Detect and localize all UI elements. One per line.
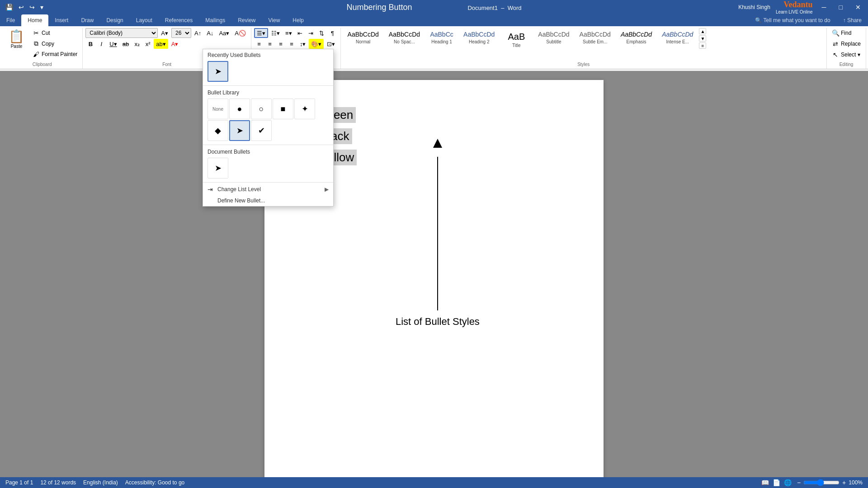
zoom-out-button[interactable]: − xyxy=(796,478,802,487)
font-row-1: Calibri (Body) A▾ 26 A↑ A↓ Aa▾ A🚫 xyxy=(85,28,248,38)
recently-used-arrow[interactable]: ➤ xyxy=(208,61,228,82)
change-case-button[interactable]: Aa▾ xyxy=(217,28,231,38)
bullet-none[interactable]: None xyxy=(208,99,228,119)
style-emphasis[interactable]: AaBbCcDd Emphasis xyxy=(617,28,656,47)
tab-draw[interactable]: Draw xyxy=(75,14,100,26)
tab-design[interactable]: Design xyxy=(100,14,129,26)
copy-icon: ⧉ xyxy=(33,40,40,47)
tab-file[interactable]: File xyxy=(0,14,21,26)
bullet-four-pointed[interactable]: ✦ xyxy=(294,99,315,119)
bullet-checkmark[interactable]: ✔ xyxy=(251,120,272,141)
align-right-button[interactable]: ≡ xyxy=(276,39,286,49)
web-layout-button[interactable]: 🌐 xyxy=(783,478,793,487)
tab-review[interactable]: Review xyxy=(231,14,262,26)
tell-me-button[interactable]: 🔍 Tell me what you want to do xyxy=(749,14,836,26)
justify-button[interactable]: ≡ xyxy=(287,39,297,49)
font-size-select[interactable]: 26 xyxy=(171,28,191,38)
cut-button[interactable]: ✂ Cut xyxy=(30,28,80,38)
tab-references[interactable]: References xyxy=(159,14,199,26)
zoom-in-button[interactable]: + xyxy=(841,478,847,487)
style-subtle-em[interactable]: AaBbCcDd Subtle Em... xyxy=(576,28,615,47)
tab-insert[interactable]: Insert xyxy=(48,14,75,26)
read-mode-button[interactable]: 📖 xyxy=(760,478,770,487)
font-color-button[interactable]: A▾ xyxy=(169,39,181,49)
shading-button[interactable]: 🎨▾ xyxy=(309,39,324,49)
cut-icon: ✂ xyxy=(33,29,40,37)
doc-bullet-arrow[interactable]: ➤ xyxy=(208,158,228,178)
save-button[interactable]: 💾 xyxy=(4,3,15,12)
change-list-level-label: Change List Level xyxy=(217,186,261,192)
minimize-button[interactable]: ─ xyxy=(818,3,830,12)
redo-button[interactable]: ↪ xyxy=(28,3,37,12)
app-name: Word xyxy=(508,5,522,11)
replace-label: Replace xyxy=(841,41,861,47)
tab-help[interactable]: Help xyxy=(286,14,310,26)
superscript-button[interactable]: x² xyxy=(143,39,153,49)
styles-group: AaBbCcDd Normal AaBbCcDd No Spac... AaBb… xyxy=(341,28,827,69)
document-area: ➤ Green ➤ Black ➤ Yellow List of Bullet … xyxy=(0,71,868,488)
increase-indent-button[interactable]: ⇥ xyxy=(306,28,316,38)
select-button[interactable]: ↖ Select ▾ xyxy=(830,50,863,60)
paste-button[interactable]: 📋 Paste xyxy=(5,28,28,51)
shrink-font-button[interactable]: A↓ xyxy=(204,28,216,38)
style-normal[interactable]: AaBbCcDd Normal xyxy=(344,28,383,47)
style-heading1[interactable]: AaBbCc Heading 1 xyxy=(426,28,458,47)
bullet-filled-circle[interactable]: ● xyxy=(229,99,250,119)
find-button[interactable]: 🔍 Find xyxy=(830,28,854,38)
define-new-bullet-item[interactable]: Define New Bullet... xyxy=(203,195,333,206)
styles-scroll-up[interactable]: ▲ xyxy=(699,28,706,34)
styles-expand[interactable]: ≡ xyxy=(699,42,706,49)
tab-home[interactable]: Home xyxy=(21,14,48,26)
close-button[interactable]: ✕ xyxy=(852,3,864,12)
strikethrough-button[interactable]: ab xyxy=(120,39,131,49)
subscript-button[interactable]: x₂ xyxy=(132,39,142,49)
bullets-button[interactable]: ☰▾ xyxy=(254,28,268,38)
define-new-bullet-label: Define New Bullet... xyxy=(217,197,265,204)
decrease-font-button[interactable]: A▾ xyxy=(159,28,170,38)
bullet-diamond[interactable]: ◆ xyxy=(208,120,228,141)
zoom-slider[interactable] xyxy=(803,479,840,486)
replace-icon: ⇄ xyxy=(832,40,839,47)
style-title[interactable]: AaB Title xyxy=(500,28,532,50)
borders-button[interactable]: ⊡▾ xyxy=(325,39,337,49)
italic-button[interactable]: I xyxy=(96,39,106,49)
sort-button[interactable]: ⇅ xyxy=(317,28,327,38)
tab-layout[interactable]: Layout xyxy=(130,14,159,26)
style-heading2[interactable]: AaBbCcDd Heading 2 xyxy=(459,28,499,47)
underline-button[interactable]: U▾ xyxy=(107,39,119,49)
tab-view[interactable]: View xyxy=(262,14,287,26)
bullet-filled-square[interactable]: ■ xyxy=(273,99,293,119)
style-intense-e[interactable]: AaBbCcDd Intense E... xyxy=(658,28,697,47)
text-highlight-button[interactable]: ab▾ xyxy=(154,39,168,49)
style-heading1-preview: AaBbCc xyxy=(430,30,453,39)
font-name-select[interactable]: Calibri (Body) xyxy=(85,28,158,38)
multilevel-list-button[interactable]: ≡▾ xyxy=(283,28,294,38)
style-no-spacing[interactable]: AaBbCcDd No Spac... xyxy=(385,28,424,47)
bullet-open-circle[interactable]: ○ xyxy=(251,99,272,119)
undo-button[interactable]: ↩ xyxy=(17,3,26,12)
numbering-button[interactable]: ☷▾ xyxy=(269,28,282,38)
decrease-indent-button[interactable]: ⇤ xyxy=(295,28,305,38)
style-no-spacing-preview: AaBbCcDd xyxy=(389,30,420,39)
bullet-item-yellow: ➤ Yellow xyxy=(301,150,567,165)
align-left-button[interactable]: ≡ xyxy=(254,39,264,49)
align-center-button[interactable]: ≡ xyxy=(265,39,275,49)
clear-format-button[interactable]: A🚫 xyxy=(232,28,248,38)
style-subtitle[interactable]: AaBbCcDd Subtitle xyxy=(534,28,573,47)
copy-button[interactable]: ⧉ Copy xyxy=(30,38,80,49)
grow-font-button[interactable]: A↑ xyxy=(192,28,203,38)
bullet-arrow[interactable]: ➤ xyxy=(229,120,250,141)
replace-button[interactable]: ⇄ Replace xyxy=(830,39,863,49)
bold-button[interactable]: B xyxy=(85,39,95,49)
show-para-button[interactable]: ¶ xyxy=(328,28,338,38)
change-list-level-item[interactable]: ⇥ Change List Level ▶ xyxy=(203,183,333,195)
tab-mailings[interactable]: Mailings xyxy=(199,14,231,26)
select-icon: ↖ xyxy=(832,51,839,58)
maximize-button[interactable]: □ xyxy=(835,3,846,12)
share-button[interactable]: ↑ Share xyxy=(837,14,868,26)
customize-qa-button[interactable]: ▾ xyxy=(38,3,45,12)
format-painter-button[interactable]: 🖌 Format Painter xyxy=(30,49,80,59)
print-layout-button[interactable]: 📄 xyxy=(772,478,781,487)
styles-scroll-down[interactable]: ▼ xyxy=(699,35,706,42)
line-spacing-button[interactable]: ↕▾ xyxy=(297,39,308,49)
